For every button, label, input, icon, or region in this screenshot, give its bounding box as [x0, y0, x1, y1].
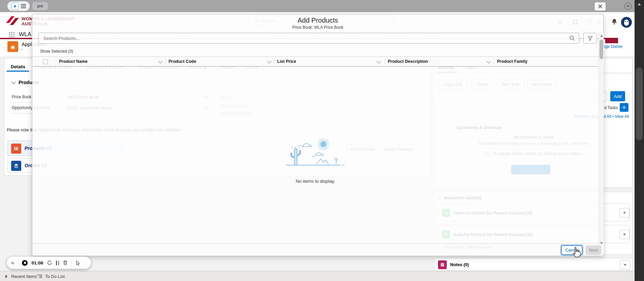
scrollbar-thumb[interactable] — [599, 40, 603, 59]
modal-footer: Cancel Next — [32, 244, 603, 256]
chrome-dropdown-button[interactable] — [624, 2, 632, 10]
orders-icon — [11, 161, 21, 171]
product-search-box[interactable] — [38, 33, 579, 44]
sparkle-button[interactable] — [11, 2, 19, 10]
close-button[interactable] — [595, 2, 606, 10]
products-icon — [11, 144, 21, 154]
chevron-down-icon — [627, 5, 630, 7]
chevron-down-icon — [11, 80, 16, 84]
column-divider[interactable] — [274, 58, 274, 65]
sparkle-icon — [13, 4, 17, 8]
bell-icon[interactable] — [611, 18, 618, 26]
close-icon — [598, 4, 602, 8]
scroll-up-arrow[interactable] — [600, 35, 603, 37]
wla-flag-icon — [5, 14, 20, 29]
browser-menu-pill — [7, 1, 30, 11]
notes-icon — [438, 260, 447, 269]
avatar[interactable] — [621, 17, 632, 28]
delete-recording-icon[interactable] — [63, 260, 68, 265]
screen: WOMEN & LEADERSHIP AUSTRALIA Search... ?… — [0, 0, 644, 281]
add-products-modal: Add Products Price Book: WLA Price Book … — [32, 14, 604, 256]
app-launcher-icon[interactable] — [9, 32, 15, 38]
recording-timer: 01:08 — [31, 260, 43, 265]
column-divider[interactable] — [494, 58, 494, 65]
utility-recent-items[interactable]: Recent Items — [4, 271, 37, 281]
pointer-tool-icon[interactable] — [76, 260, 81, 265]
column-product-family[interactable]: Product Family — [497, 59, 527, 64]
hand-cursor — [572, 247, 582, 258]
tasks-fragment: d Tasks — [604, 105, 618, 110]
todo-list-icon — [37, 274, 42, 279]
page-scroll-up-arrow[interactable] — [638, 3, 641, 5]
modal-scrollbar[interactable] — [598, 33, 604, 253]
select-all-checkbox[interactable] — [43, 59, 48, 64]
column-divider[interactable] — [165, 58, 166, 65]
column-product-name[interactable]: Product Name — [59, 59, 88, 64]
page-scrollbar[interactable] — [635, 0, 644, 281]
column-sort-chevron[interactable] — [158, 59, 163, 63]
column-sort-chevron[interactable] — [267, 59, 271, 63]
chevron-down-icon — [623, 234, 626, 235]
open-activities-menu-button[interactable] — [619, 208, 630, 218]
recording-toolbar: « 01:08 — [7, 257, 91, 269]
stop-recording-button[interactable] — [22, 260, 28, 266]
next-button[interactable]: Next — [586, 246, 601, 255]
field-label-pricebook: Price Book — [12, 95, 31, 99]
record-subtitle: - - — [17, 47, 23, 52]
column-list-price[interactable]: List Price — [277, 59, 296, 64]
notes-card[interactable]: Notes (0) — [434, 258, 633, 271]
notes-label: Notes (0) — [450, 262, 469, 267]
search-icon[interactable] — [569, 35, 575, 41]
show-selected-link[interactable]: Show Selected (0) — [40, 49, 73, 54]
divider — [71, 260, 72, 266]
empty-state-illustration — [284, 137, 348, 169]
browser-tab[interactable]: pre — [32, 2, 48, 10]
column-product-description[interactable]: Product Description — [388, 59, 428, 64]
filter-button[interactable] — [583, 33, 597, 44]
empty-message: No items to display. — [32, 179, 598, 184]
collapse-toolbar-button[interactable]: « — [11, 260, 14, 265]
hamburger-menu-button[interactable] — [21, 4, 26, 8]
filter-funnel-icon — [588, 36, 593, 41]
divider — [18, 260, 18, 266]
gear-icon — [622, 105, 626, 110]
pause-recording-button[interactable] — [56, 261, 59, 265]
tab-details[interactable]: Details — [11, 64, 25, 69]
recent-items-label: Recent Items — [11, 274, 37, 279]
activity-settings-button[interactable] — [620, 103, 628, 112]
page-scrollbar-thumb[interactable] — [636, 68, 643, 140]
nav-brand-block — [605, 38, 618, 43]
chevron-down-icon — [624, 264, 626, 266]
restart-recording-icon[interactable] — [47, 260, 52, 265]
activity-add-button[interactable]: Add — [610, 91, 625, 101]
todo-list-label: To Do List — [45, 274, 65, 279]
table-header-row: Product Name Product Code List Price Pro… — [32, 56, 598, 67]
browser-chrome: pre — [0, 0, 644, 12]
utility-bar: Recent Items To Do List — [0, 271, 635, 281]
modal-title: Add Products — [32, 17, 603, 24]
modal-subtitle: Price Book: WLA Price Book — [32, 25, 603, 30]
column-sort-chevron[interactable] — [487, 59, 491, 63]
utility-todo-list[interactable]: To Do List — [37, 271, 65, 281]
activity-history-menu-button[interactable] — [619, 230, 630, 239]
bolt-icon — [4, 274, 8, 279]
browser-tab-label: pre — [37, 4, 43, 8]
column-product-code[interactable]: Product Code — [169, 59, 196, 64]
app-name: WLA — [19, 31, 31, 38]
column-sort-chevron[interactable] — [377, 59, 381, 63]
notes-menu-button[interactable] — [620, 260, 630, 270]
column-divider[interactable] — [385, 58, 385, 65]
product-search-input[interactable] — [39, 36, 569, 41]
chevron-down-icon — [623, 212, 626, 214]
